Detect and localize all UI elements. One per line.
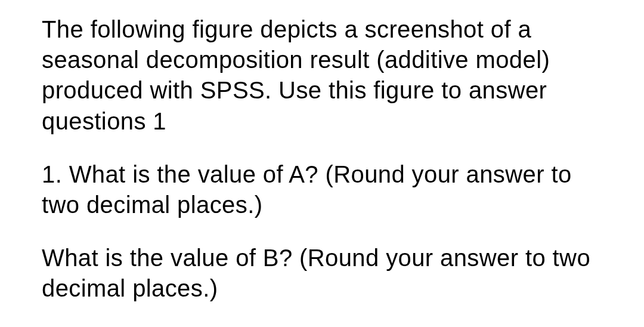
question-2: What is the value of B? (Round your answ… — [42, 243, 602, 304]
intro-paragraph: The following figure depicts a screensho… — [42, 14, 602, 137]
question-1: 1. What is the value of A? (Round your a… — [42, 159, 602, 220]
